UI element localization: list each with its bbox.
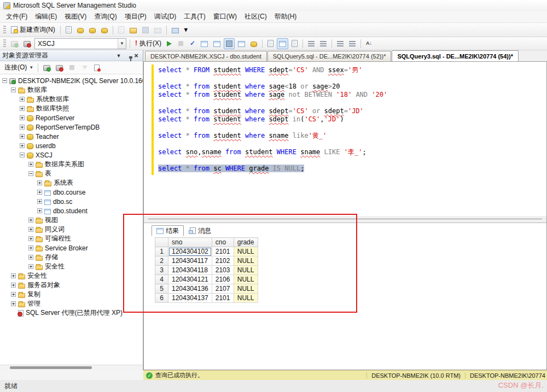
grid-column-header[interactable]: sno	[168, 238, 212, 247]
increase-indent-button[interactable]	[347, 38, 358, 49]
mdx-query-button[interactable]	[99, 25, 110, 36]
tree-item[interactable]: +数据库关系图	[0, 160, 143, 169]
grid-cell[interactable]: NULL	[234, 294, 258, 303]
expander-icon[interactable]: +	[28, 245, 33, 250]
expander-icon[interactable]: +	[20, 143, 25, 148]
results-to-grid-button[interactable]	[277, 38, 288, 49]
decrease-indent-button[interactable]	[335, 38, 346, 49]
grid-cell[interactable]: 1204304136	[168, 284, 212, 294]
client-statistics-button[interactable]	[248, 38, 259, 49]
code-line[interactable]: select * from sc WHERE grade IS NULL;	[158, 165, 387, 173]
grid-cell[interactable]: 1204304137	[168, 294, 212, 303]
tree-item[interactable]: +管理	[0, 299, 143, 308]
menu-item[interactable]: 窗口(W)	[210, 10, 241, 23]
query-designer-button[interactable]	[211, 38, 223, 49]
menu-item[interactable]: 项目(P)	[121, 10, 150, 23]
tree-item[interactable]: +dbo.course	[0, 188, 143, 197]
menu-item[interactable]: 查询(Q)	[90, 10, 120, 23]
grid-rownum-cell[interactable]: 6	[155, 294, 168, 303]
expander-icon[interactable]: +	[28, 264, 33, 269]
expander-icon[interactable]: +	[37, 208, 42, 213]
new-query-button[interactable]: 新建查询(N)	[9, 25, 57, 36]
expander-icon[interactable]: +	[28, 218, 33, 223]
tree-item[interactable]: +dbo.sc	[0, 197, 143, 206]
execute-button[interactable]: ! 执行(X)	[133, 38, 164, 49]
menu-item[interactable]: 文件(F)	[2, 10, 31, 23]
tree-item[interactable]: −XSCJ	[0, 150, 143, 160]
menu-item[interactable]: 帮助(H)	[271, 10, 301, 23]
grid-cell[interactable]: 2106	[212, 275, 234, 284]
code-line[interactable]	[158, 74, 387, 83]
code-line[interactable]: select sno,sname from student WHERE snam…	[158, 148, 387, 156]
save-button[interactable]	[140, 25, 151, 36]
open-item-button[interactable]	[116, 25, 126, 36]
document-tab[interactable]: SQLQuery5.sql - DE...ME2IK\20774 (52))*	[267, 51, 392, 61]
tree-item[interactable]: −数据库	[0, 85, 143, 95]
uncomment-button[interactable]	[318, 38, 329, 49]
grid-cell[interactable]: NULL	[234, 266, 258, 275]
tree-item[interactable]: +ReportServerTempDB	[0, 122, 143, 132]
tree-item[interactable]: +Service Broker	[0, 243, 143, 253]
connect-server-button[interactable]	[41, 62, 53, 73]
tree-item[interactable]: +存储	[0, 253, 143, 262]
expander-icon[interactable]: +	[28, 255, 33, 260]
expander-icon[interactable]: +	[20, 115, 25, 120]
tree-item[interactable]: −DESKTOP-NBME2IK (SQL Server 10.0.160	[0, 76, 143, 85]
grid-cell[interactable]: 1204304102	[168, 247, 212, 256]
stop-button[interactable]	[66, 62, 78, 73]
tree-item[interactable]: SQL Server 代理(已禁用代理 XP)	[0, 308, 143, 318]
database-engine-query-button[interactable]	[75, 25, 86, 36]
results-to-text-button[interactable]	[265, 38, 276, 49]
tree-item[interactable]: −表	[0, 169, 143, 178]
document-tab[interactable]: DESKTOP-NBME2IK.XSCJ - dbo.student	[145, 51, 267, 61]
grid-cell[interactable]: 1204304117	[168, 256, 212, 266]
expander-icon[interactable]: +	[11, 273, 16, 278]
code-line[interactable]: select * FROM student WHERE sdept='CS' A…	[158, 66, 387, 74]
tree-item[interactable]: +安全性	[0, 271, 143, 280]
grid-cell[interactable]: 2101	[212, 294, 234, 303]
parse-button[interactable]: ✓	[188, 38, 197, 49]
menu-item[interactable]: 社区(C)	[241, 10, 271, 23]
change-connection-button[interactable]	[21, 38, 33, 49]
toolbar-overflow-button[interactable]: ▾	[182, 25, 190, 36]
menu-item[interactable]: 视图(V)	[61, 10, 90, 23]
tree-item[interactable]: +复制	[0, 290, 143, 299]
menu-item[interactable]: 工具(T)	[180, 10, 209, 23]
tree-item[interactable]: +可编程性	[0, 234, 143, 243]
expander-icon[interactable]: +	[28, 227, 33, 232]
comment-button[interactable]	[306, 38, 317, 49]
horizontal-scrollbar[interactable]	[0, 365, 143, 370]
cancel-query-button[interactable]	[175, 38, 187, 49]
grid-rownum-cell[interactable]: 3	[155, 266, 168, 275]
grid-corner-cell[interactable]	[155, 238, 168, 247]
code-line[interactable]	[158, 140, 387, 148]
grid-rownum-cell[interactable]: 4	[155, 275, 168, 284]
window-position-chevron-icon[interactable]: ▼	[114, 53, 123, 58]
expander-icon[interactable]: +	[20, 106, 25, 111]
grid-rownum-cell[interactable]: 1	[155, 247, 168, 256]
grid-cell[interactable]: 2101	[212, 247, 234, 256]
expander-icon[interactable]: +	[20, 134, 25, 139]
toolbar-grip[interactable]	[3, 26, 6, 34]
toolbar-grip[interactable]	[3, 39, 6, 48]
grid-rownum-cell[interactable]: 2	[155, 256, 168, 266]
include-actual-plan-button[interactable]	[236, 38, 247, 49]
menu-item[interactable]: 调试(D)	[150, 10, 181, 23]
results-to-file-button[interactable]	[289, 38, 300, 49]
expander-icon[interactable]: +	[37, 199, 42, 204]
code-line[interactable]	[158, 99, 387, 107]
tab-results[interactable]: 结果	[152, 225, 184, 236]
expander-icon[interactable]: +	[28, 236, 33, 241]
expander-icon[interactable]: +	[11, 283, 16, 288]
tree-item[interactable]: +系统表	[0, 178, 143, 188]
connect-dropdown-button[interactable]: 连接(O) ▼	[2, 62, 36, 73]
tree-item[interactable]: +同义词	[0, 225, 143, 234]
expander-icon[interactable]: +	[28, 162, 33, 167]
show-estimated-plan-button[interactable]	[199, 38, 210, 49]
tree-item[interactable]: +ReportServer	[0, 113, 143, 122]
tree-item[interactable]: +安全性	[0, 262, 143, 271]
open-file-button[interactable]	[127, 25, 139, 36]
grid-column-header[interactable]: cno	[212, 238, 234, 247]
expander-icon[interactable]: −	[11, 87, 16, 92]
close-icon[interactable]: ×	[132, 51, 141, 60]
